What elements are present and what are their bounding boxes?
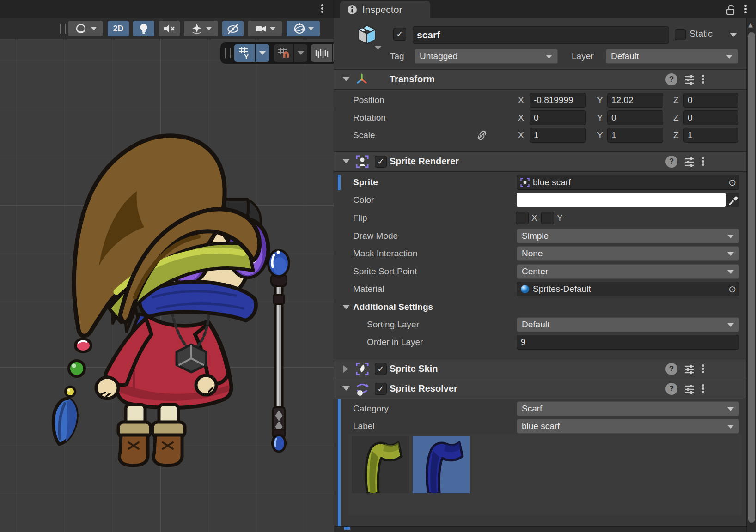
shading-mode-button[interactable] bbox=[68, 21, 103, 36]
material-value: Sprites-Default bbox=[533, 282, 591, 296]
category-dropdown[interactable]: Scarf bbox=[517, 401, 739, 416]
scene-tab-bar bbox=[0, 0, 334, 18]
lock-icon[interactable] bbox=[725, 4, 737, 16]
help-icon[interactable]: ? bbox=[665, 363, 677, 375]
object-picker-icon[interactable]: ⊙ bbox=[728, 282, 736, 296]
sprite-thumbnail-yellow-scarf[interactable] bbox=[352, 436, 409, 493]
inspector-scrollbar[interactable]: ▲ bbox=[746, 18, 756, 532]
component-title: Transform bbox=[390, 70, 435, 88]
help-icon[interactable]: ? bbox=[665, 383, 677, 395]
scene-camera-settings-button[interactable] bbox=[248, 21, 282, 36]
presets-icon[interactable] bbox=[684, 384, 695, 394]
component-enabled-checkbox[interactable]: ✓ bbox=[375, 156, 387, 168]
sprite-resolver-header[interactable]: ✓ Sprite Resolver ? bbox=[334, 379, 756, 399]
foldout-arrow-icon[interactable] bbox=[342, 386, 350, 391]
component-enabled-checkbox[interactable]: ✓ bbox=[375, 383, 387, 395]
order-in-layer-field[interactable]: 9 bbox=[517, 335, 739, 350]
transform-header[interactable]: Transform ? bbox=[334, 69, 756, 90]
tag-dropdown[interactable]: Untagged bbox=[415, 49, 558, 64]
rotation-x-field[interactable]: 0 bbox=[530, 110, 586, 125]
label-dropdown[interactable]: blue scarf bbox=[517, 419, 739, 434]
scene-audio-toggle[interactable] bbox=[159, 21, 180, 36]
snap-increment-icon bbox=[314, 47, 329, 60]
2d-label: 2D bbox=[113, 24, 123, 34]
component-kebab-icon[interactable] bbox=[701, 74, 705, 85]
grid-snap-overlay-toolbar: Y bbox=[220, 42, 334, 64]
active-checkbox[interactable]: ✓ bbox=[393, 28, 406, 41]
character-sprite[interactable] bbox=[53, 136, 270, 466]
scrollbar-up-arrow[interactable]: ▲ bbox=[748, 21, 753, 28]
flip-y-checkbox[interactable] bbox=[541, 212, 554, 224]
overlay-drag-handle[interactable] bbox=[225, 48, 231, 58]
presets-icon[interactable] bbox=[684, 364, 695, 374]
inspector-menu-kebab-icon[interactable] bbox=[743, 4, 748, 14]
material-label: Material bbox=[353, 281, 384, 297]
scale-x-field[interactable]: 1 bbox=[530, 128, 586, 143]
sprite-renderer-header[interactable]: ✓ Sprite Renderer ? bbox=[334, 151, 756, 172]
game-object-cube-icon bbox=[356, 24, 378, 48]
position-z-field[interactable]: 0 bbox=[683, 93, 738, 108]
mask-interaction-dropdown[interactable]: None bbox=[517, 246, 739, 261]
flip-x-checkbox[interactable] bbox=[516, 212, 529, 224]
foldout-arrow-icon[interactable] bbox=[343, 365, 348, 373]
layer-dropdown[interactable]: Default bbox=[606, 49, 738, 64]
sprite-renderer-icon bbox=[355, 155, 369, 169]
sorting-layer-dropdown[interactable]: Default bbox=[517, 317, 739, 332]
effects-visibility-button[interactable] bbox=[184, 21, 218, 36]
sorting-layer-row: Sorting Layer Default bbox=[334, 317, 756, 332]
rotation-y-field[interactable]: 0 bbox=[607, 110, 663, 125]
component-kebab-icon[interactable] bbox=[701, 383, 705, 394]
gizmo-sphere-icon bbox=[293, 22, 306, 35]
grid-axis-button[interactable]: Y bbox=[234, 44, 255, 62]
static-checkbox[interactable] bbox=[675, 29, 686, 40]
object-picker-icon[interactable]: ⊙ bbox=[728, 175, 736, 189]
hidden-objects-toggle[interactable] bbox=[222, 21, 244, 36]
toolbar-drag-handle[interactable] bbox=[60, 24, 66, 34]
eyedropper-button[interactable] bbox=[726, 193, 739, 207]
sprite-thumbnail-blue-scarf-selected[interactable] bbox=[413, 436, 470, 493]
scrollbar-thumb[interactable] bbox=[748, 32, 755, 523]
grid-snapping-button[interactable] bbox=[274, 44, 293, 62]
unlinked-scale-icon[interactable] bbox=[476, 130, 488, 140]
static-dropdown-arrow[interactable] bbox=[730, 33, 737, 37]
order-in-layer-row: Order in Layer 9 bbox=[334, 334, 756, 350]
material-object-field[interactable]: Sprites-Default ⊙ bbox=[517, 282, 739, 296]
2d-mode-toggle[interactable]: 2D bbox=[108, 21, 129, 36]
scale-y-field[interactable]: 1 bbox=[607, 128, 663, 143]
component-kebab-icon[interactable] bbox=[701, 156, 705, 167]
foldout-arrow-icon[interactable] bbox=[342, 305, 350, 309]
presets-icon[interactable] bbox=[684, 157, 695, 167]
help-icon[interactable]: ? bbox=[665, 73, 677, 85]
position-y-field[interactable]: 12.02 bbox=[607, 93, 663, 108]
tab-inspector[interactable]: Inspector bbox=[340, 1, 430, 18]
sprite-sort-point-value: Center bbox=[522, 266, 548, 276]
sprite-skin-header[interactable]: ✓ Sprite Skin ? bbox=[334, 359, 756, 379]
snap-increment-button[interactable] bbox=[311, 44, 332, 62]
game-object-icon-dropdown[interactable] bbox=[375, 46, 381, 50]
scene-menu-kebab-icon[interactable] bbox=[319, 3, 325, 14]
component-kebab-icon[interactable] bbox=[701, 363, 705, 374]
foldout-arrow-icon[interactable] bbox=[342, 77, 350, 81]
draw-mode-dropdown[interactable]: Simple bbox=[517, 229, 739, 243]
grid-snapping-dropdown[interactable] bbox=[294, 44, 307, 62]
help-icon[interactable]: ? bbox=[665, 156, 677, 168]
staff-sprite[interactable] bbox=[267, 249, 290, 452]
grid-axis-dropdown[interactable] bbox=[256, 44, 269, 62]
position-x-field[interactable]: -0.819999 bbox=[530, 93, 586, 108]
game-object-name-field[interactable]: scarf bbox=[413, 26, 669, 44]
component-enabled-checkbox[interactable]: ✓ bbox=[375, 363, 387, 375]
sprite-sort-point-dropdown[interactable]: Center bbox=[517, 264, 739, 279]
gizmos-toggle-button[interactable] bbox=[287, 21, 320, 36]
color-swatch[interactable] bbox=[517, 193, 726, 207]
additional-settings-row[interactable]: Additional Settings bbox=[334, 299, 756, 315]
foldout-arrow-icon[interactable] bbox=[342, 159, 350, 163]
chevron-down-icon bbox=[298, 51, 304, 55]
mask-interaction-row: Mask Interaction None bbox=[334, 246, 756, 261]
sprite-object-field[interactable]: blue scarf ⊙ bbox=[517, 175, 739, 190]
scale-z-field[interactable]: 1 bbox=[683, 128, 738, 143]
scene-lighting-toggle[interactable] bbox=[133, 21, 154, 36]
presets-icon[interactable] bbox=[684, 74, 695, 85]
rotation-z-field[interactable]: 0 bbox=[683, 110, 738, 125]
material-row: Material Sprites-Default ⊙ bbox=[334, 281, 756, 297]
scene-viewport[interactable] bbox=[0, 39, 334, 532]
